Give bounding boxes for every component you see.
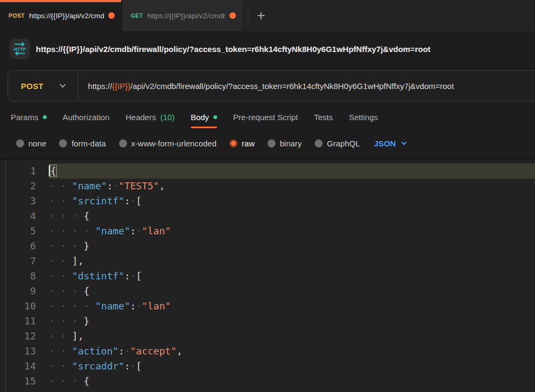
code-line-content: · · "srcintf":·[ xyxy=(49,194,535,209)
request-title-row: HTTP https://{{IP}}/api/v2/cmdb/firewall… xyxy=(10,38,530,60)
body-type-row: noneform-datax-www-form-urlencodedrawbin… xyxy=(0,131,535,155)
tab-divider xyxy=(248,9,248,23)
code-line[interactable]: 14· · "srcaddr":·[ xyxy=(6,359,535,374)
radio-icon xyxy=(59,139,67,147)
code-line-content: · · "dstintf":·[ xyxy=(49,269,535,284)
code-line-content: · · · · "name":·"all" xyxy=(49,389,535,392)
line-number: 8 xyxy=(6,269,49,284)
new-tab-button[interactable]: + xyxy=(257,9,265,23)
headers-count: (10) xyxy=(160,113,175,122)
request-tabbar: POST https://{{IP}}/api/v2/cmdb/firewall… xyxy=(0,0,535,31)
radio-label: GraphQL xyxy=(327,139,360,148)
code-line[interactable]: 12· · ], xyxy=(6,329,535,344)
body-editor[interactable]: 1{2· · "name":·"TEST5",3· · "srcintf":·[… xyxy=(0,159,535,392)
tab-headers[interactable]: Headers (10) xyxy=(125,106,174,129)
tab-authorization[interactable]: Authorization xyxy=(63,106,110,129)
body-type-graphql[interactable]: GraphQL xyxy=(315,139,360,148)
green-dot xyxy=(43,115,47,119)
tab-tests[interactable]: Tests xyxy=(314,106,333,129)
radio-label: raw xyxy=(242,139,255,148)
line-number: 5 xyxy=(6,224,49,239)
line-number: 11 xyxy=(6,314,49,329)
line-number: 2 xyxy=(6,179,49,194)
code-line-content: · · "name":·"TEST5", xyxy=(49,179,535,194)
line-number: 15 xyxy=(6,374,49,389)
line-number: 7 xyxy=(6,254,49,269)
code-line-content: · · · { xyxy=(49,374,535,389)
tab-body[interactable]: Body xyxy=(191,106,217,129)
method-dropdown-label: POST xyxy=(21,82,43,91)
radio-icon xyxy=(16,139,24,147)
code-line-content: · · · { xyxy=(49,209,535,224)
body-type-raw[interactable]: raw xyxy=(229,139,255,148)
code-editor: 1{2· · "name":·"TEST5",3· · "srcintf":·[… xyxy=(5,160,535,392)
radio-icon xyxy=(119,139,127,147)
code-line[interactable]: 3· · "srcintf":·[ xyxy=(6,194,535,209)
tab-url-label: https://{{IP}}/api/v2/cmdb/firewall/poli… xyxy=(29,12,104,20)
radio-label: none xyxy=(28,139,46,148)
body-type-x-www-form-urlencoded[interactable]: x-www-form-urlencoded xyxy=(119,139,217,148)
line-number: 4 xyxy=(6,209,49,224)
code-line[interactable]: 4· · · { xyxy=(6,209,535,224)
text-cursor xyxy=(49,165,50,176)
line-number: 3 xyxy=(6,194,49,209)
request-title-url: https://{{IP}}/api/v2/cmdb/firewall/poli… xyxy=(36,45,430,54)
code-line[interactable]: 2· · "name":·"TEST5", xyxy=(6,179,535,194)
tab-url-label: https://{{IP}}/api/v2/cmdb xyxy=(147,12,225,20)
code-line[interactable]: 8· · "dstintf":·[ xyxy=(6,269,535,284)
code-line[interactable]: 13· · "action":·"accept", xyxy=(6,344,535,359)
code-line[interactable]: 15· · · { xyxy=(6,374,535,389)
method-badge: GET xyxy=(131,12,143,19)
line-number: 13 xyxy=(6,344,49,359)
method-badge: POST xyxy=(9,12,25,19)
language-select[interactable]: JSON xyxy=(374,139,406,148)
green-dot xyxy=(213,115,217,119)
code-line-content: { xyxy=(49,164,535,179)
tab-params[interactable]: Params xyxy=(11,106,47,129)
code-line[interactable]: 11· · · } xyxy=(6,314,535,329)
code-line[interactable]: 1{ xyxy=(6,164,535,179)
radio-icon xyxy=(229,139,237,147)
line-number: 6 xyxy=(6,239,49,254)
radio-label: form-data xyxy=(71,139,106,148)
line-number: 10 xyxy=(6,299,49,314)
body-type-radios: noneform-datax-www-form-urlencodedrawbin… xyxy=(16,139,360,148)
chevron-down-icon xyxy=(60,82,65,87)
radio-label: x-www-form-urlencoded xyxy=(131,139,217,148)
url-input[interactable]: https://{{IP}}/api/v2/cmdb/firewall/poli… xyxy=(78,82,535,91)
request-url-bar: POST https://{{IP}}/api/v2/cmdb/firewall… xyxy=(8,70,535,101)
code-line[interactable]: 16· · · · "name":·"all" xyxy=(6,389,535,392)
line-number: 14 xyxy=(6,359,49,374)
http-request-icon: HTTP xyxy=(10,39,30,59)
request-tab-get[interactable]: GET https://{{IP}}/api/v2/cmdb xyxy=(121,0,242,31)
line-number: 1 xyxy=(6,164,49,179)
environment-variable: {{IP}} xyxy=(112,82,130,91)
code-line-content: · · · } xyxy=(49,314,535,329)
body-type-none[interactable]: none xyxy=(16,139,46,148)
radio-label: binary xyxy=(280,139,302,148)
code-line[interactable]: 9· · · { xyxy=(6,284,535,299)
request-tab-post[interactable]: POST https://{{IP}}/api/v2/cmdb/firewall… xyxy=(0,0,121,31)
line-number: 16 xyxy=(6,389,49,392)
svg-text:HTTP: HTTP xyxy=(14,47,26,52)
code-line-content: · · · · "name":·"lan" xyxy=(49,299,535,314)
code-line-content: · · "action":·"accept", xyxy=(49,344,535,359)
code-line[interactable]: 6· · · } xyxy=(6,239,535,254)
unsaved-indicator-dot xyxy=(229,12,236,19)
body-type-form-data[interactable]: form-data xyxy=(59,139,106,148)
tab-pre-request-script[interactable]: Pre-request Script xyxy=(233,106,298,129)
line-number: 9 xyxy=(6,284,49,299)
code-line-content: · · ], xyxy=(49,329,535,344)
tab-settings[interactable]: Settings xyxy=(349,106,378,129)
code-line[interactable]: 7· · ], xyxy=(6,254,535,269)
code-line-content: · · · { xyxy=(49,284,535,299)
chevron-down-icon xyxy=(402,140,407,145)
body-type-binary[interactable]: binary xyxy=(268,139,302,148)
code-line-content: · · · } xyxy=(49,239,535,254)
method-dropdown[interactable]: POST xyxy=(8,71,78,101)
code-line[interactable]: 5· · · · "name":·"lan" xyxy=(6,224,535,239)
code-line-content: · · "srcaddr":·[ xyxy=(49,359,535,374)
radio-icon xyxy=(315,139,323,147)
code-line[interactable]: 10· · · · "name":·"lan" xyxy=(6,299,535,314)
unsaved-indicator-dot xyxy=(108,12,115,19)
